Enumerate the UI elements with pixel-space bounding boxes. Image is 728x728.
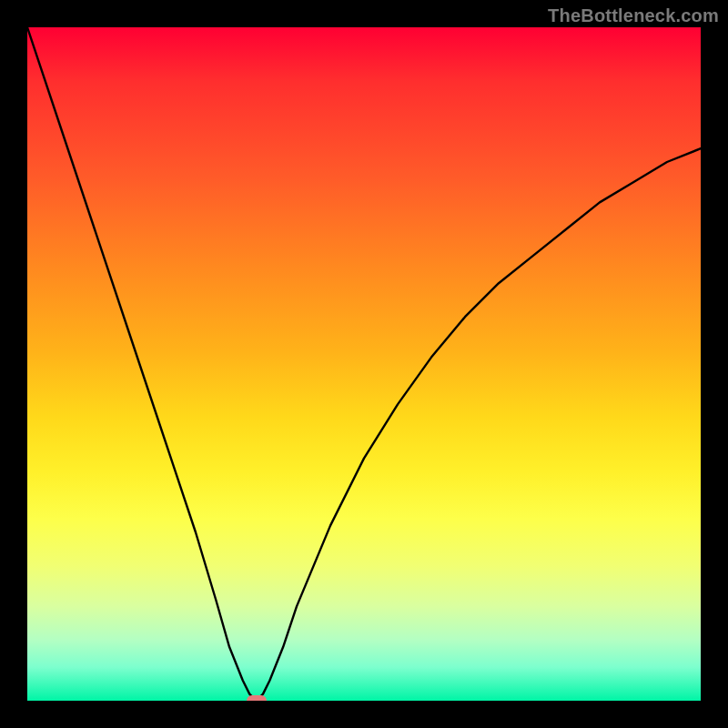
plot-area (27, 27, 701, 701)
curve-svg (27, 27, 701, 701)
watermark-text: TheBottleneck.com (548, 5, 719, 26)
bottleneck-curve (27, 27, 701, 701)
min-marker (247, 695, 267, 701)
chart-frame: TheBottleneck.com (0, 0, 728, 728)
